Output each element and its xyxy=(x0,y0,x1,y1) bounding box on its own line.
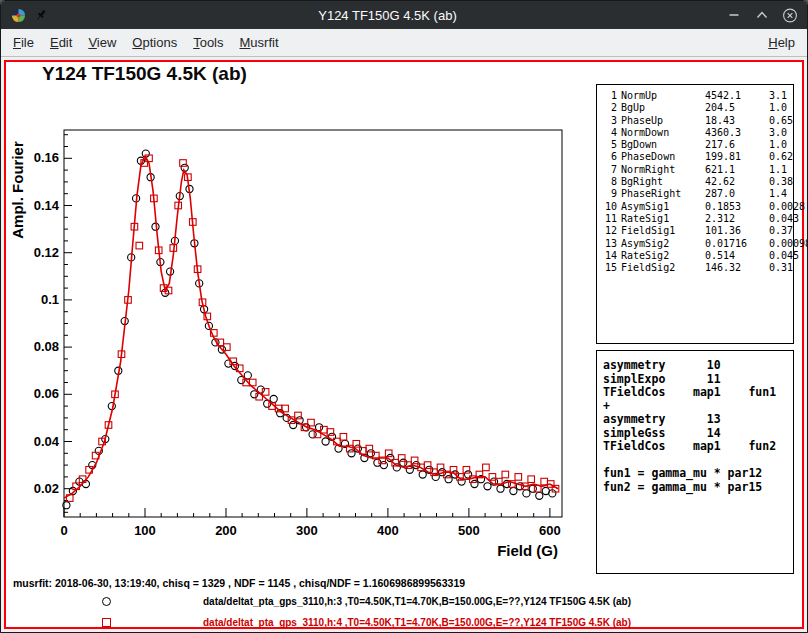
data-point-circle xyxy=(497,485,504,492)
pval: 2.312 xyxy=(705,213,765,225)
pname: AsymSig2 xyxy=(621,238,701,250)
pnum: 4 xyxy=(601,127,617,139)
stat-box-theory: asymmetry 10simplExpo 11TFieldCos map1 f… xyxy=(596,350,794,574)
pval: 146.32 xyxy=(705,262,765,274)
theory-list: asymmetry 10simplExpo 11TFieldCos map1 f… xyxy=(603,359,787,494)
pval: 4360.3 xyxy=(705,127,765,139)
pname: FieldSig1 xyxy=(621,225,701,237)
data-point-circle xyxy=(309,431,316,438)
param-row: 8BgRight42.620.38 xyxy=(601,176,789,188)
data-point-circle xyxy=(445,476,452,483)
x-tick-label: 400 xyxy=(377,523,399,538)
menu-edit[interactable]: Edit xyxy=(42,31,80,54)
pname: RateSig2 xyxy=(621,250,701,262)
y-tick-label: 0.14 xyxy=(34,198,60,213)
param-row: 2BgUp204.51.0 xyxy=(601,102,789,114)
menu-view[interactable]: View xyxy=(80,31,124,54)
perr: 0.043 xyxy=(769,213,799,225)
legend-label: data/deltat_pta_gps_3110,h:3 ,T0=4.50K,T… xyxy=(203,596,631,607)
pval: 217.6 xyxy=(705,139,765,151)
pnum: 13 xyxy=(601,238,617,250)
minimize-icon xyxy=(726,7,742,23)
param-row: 14RateSig20.5140.045 xyxy=(601,250,789,262)
theory-line: asymmetry 10 xyxy=(603,359,787,373)
param-row: 5BgDown217.61.0 xyxy=(601,139,789,151)
stat-box-params: 1NormUp4542.13.12BgUp204.51.03PhaseUp18.… xyxy=(596,84,794,344)
perr: 0.045 xyxy=(769,250,799,262)
data-point-square xyxy=(327,429,334,436)
pval: 18.43 xyxy=(705,115,765,127)
param-row: 9PhaseRight287.01.4 xyxy=(601,188,789,200)
data-point-circle xyxy=(471,480,478,487)
data-point-square xyxy=(366,445,373,452)
titlebar[interactable]: Y124 TF150G 4.5K (ab) xyxy=(1,1,807,29)
pnum: 9 xyxy=(601,188,617,200)
data-point-square xyxy=(489,474,496,481)
perr: 0.38 xyxy=(769,176,793,188)
data-point-circle xyxy=(251,391,258,398)
data-point-square xyxy=(502,471,509,478)
data-point-square xyxy=(398,455,405,462)
minimize-button[interactable] xyxy=(726,7,742,23)
pname: BgUp xyxy=(621,102,701,114)
data-point-square xyxy=(385,450,392,457)
pname: PhaseRight xyxy=(621,188,701,200)
param-row: 4NormDown4360.33.0 xyxy=(601,127,789,139)
param-row: 11RateSig12.3120.043 xyxy=(601,213,789,225)
menu-tools[interactable]: Tools xyxy=(185,31,231,54)
data-point-square xyxy=(541,478,548,485)
param-row: 7NormRight621.11.1 xyxy=(601,164,789,176)
pnum: 2 xyxy=(601,102,617,114)
theory-line: + xyxy=(603,400,787,414)
pval: 42.62 xyxy=(705,176,765,188)
data-point-circle xyxy=(380,462,387,469)
pnum: 5 xyxy=(601,139,617,151)
pname: PhaseUp xyxy=(621,115,701,127)
pin-icon[interactable] xyxy=(33,7,49,23)
pname: BgRight xyxy=(621,176,701,188)
pval: 0.1853 xyxy=(705,201,765,213)
menubar-right: Help xyxy=(760,31,803,54)
theory-line: TFieldCos map1 fun1 xyxy=(603,386,787,400)
data-point-square xyxy=(411,457,418,464)
legend-label: data/deltat_pta_gps_3110,h:4 ,T0=4.50K,T… xyxy=(203,617,631,628)
theory-line xyxy=(603,454,787,468)
close-icon xyxy=(782,7,798,24)
perr: 1.4 xyxy=(769,188,789,200)
maximize-button[interactable] xyxy=(754,7,770,23)
x-tick-label: 300 xyxy=(296,523,318,538)
data-point-square xyxy=(424,462,431,469)
theory-line: asymmetry 13 xyxy=(603,413,787,427)
pnum: 6 xyxy=(601,151,617,163)
close-button[interactable] xyxy=(782,7,798,23)
y-tick-label: 0.16 xyxy=(34,150,59,165)
pnum: 15 xyxy=(601,262,617,274)
data-point-circle xyxy=(400,459,407,466)
data-point-circle xyxy=(322,438,329,445)
param-list: 1NormUp4542.13.12BgUp204.51.03PhaseUp18.… xyxy=(601,90,789,274)
pname: FieldSig2 xyxy=(621,262,701,274)
y-axis-title: Ampl. Fourier xyxy=(9,141,26,239)
perr: 0.37 xyxy=(769,225,793,237)
app-icon xyxy=(10,7,26,23)
menu-musrfit[interactable]: Musrfit xyxy=(232,31,287,54)
y-tick-label: 0.06 xyxy=(34,386,59,401)
y-tick-label: 0.04 xyxy=(34,434,60,449)
menu-options[interactable]: Options xyxy=(124,31,185,54)
legend-row: data/deltat_pta_gps_3110,h:4 ,T0=4.50K,T… xyxy=(6,615,802,630)
theory-line: fun2 = gamma_mu * par15 xyxy=(603,481,787,495)
root-canvas[interactable]: Y124 TF150G 4.5K (ab) 010020030040050060… xyxy=(4,60,804,629)
pnum: 8 xyxy=(601,176,617,188)
app-window: Y124 TF150G 4.5K (ab) FileEditViewOptio xyxy=(0,0,808,633)
menu-file[interactable]: File xyxy=(5,31,42,54)
pname: RateSig1 xyxy=(621,213,701,225)
menu-help[interactable]: Help xyxy=(760,31,803,54)
pname: AsymSig1 xyxy=(621,201,701,213)
x-tick-label: 100 xyxy=(134,523,156,538)
menubar-left: FileEditViewOptionsToolsMusrfit xyxy=(5,31,287,54)
x-tick-label: 200 xyxy=(215,523,237,538)
param-row: 13AsymSig20.017160.00098 xyxy=(601,238,789,250)
legend-row: data/deltat_pta_gps_3110,h:3 ,T0=4.50K,T… xyxy=(6,594,802,609)
y-tick-label: 0.08 xyxy=(34,339,59,354)
pnum: 12 xyxy=(601,225,617,237)
